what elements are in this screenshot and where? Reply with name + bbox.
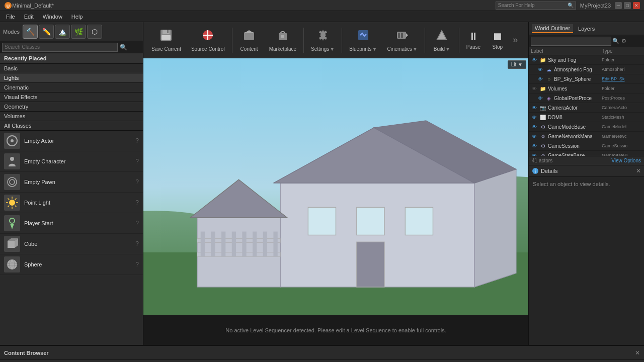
empty-character-icon xyxy=(4,153,20,169)
mode-landscape-button[interactable]: 🏔️ xyxy=(55,25,70,39)
category-cinematic[interactable]: Cinematic xyxy=(0,83,143,93)
svg-point-21 xyxy=(7,259,17,269)
visibility-icon[interactable]: 👁 xyxy=(531,142,538,149)
camera-type: CameraActo xyxy=(602,105,642,110)
viewport-3d[interactable]: Lit ▼ xyxy=(143,58,528,315)
viewport: Lit ▼ No active Level Sequencer detected… xyxy=(143,58,528,345)
stop-button[interactable]: ⏹ Stop xyxy=(487,25,509,56)
mode-foliage-button[interactable]: 🌿 xyxy=(71,25,86,39)
minimize-button[interactable]: ─ xyxy=(615,2,622,9)
layers-tab[interactable]: Layers xyxy=(575,25,598,33)
menubar: File Edit Window Help xyxy=(0,11,644,22)
marketplace-icon xyxy=(276,28,290,45)
outliner-item-volumes[interactable]: 👁 📁 Volumes Folder xyxy=(529,84,644,94)
visibility-icon[interactable]: 👁 xyxy=(537,95,544,102)
visibility-icon[interactable]: 👁 xyxy=(531,123,538,130)
marketplace-button[interactable]: Marketplace xyxy=(265,25,300,56)
help-search[interactable]: Search For Help 🔍 xyxy=(496,2,576,10)
outliner-item-gamenetwork[interactable]: 👁 ⚙ GameNetworkMana GameNetwc xyxy=(529,132,644,141)
category-basic[interactable]: Basic xyxy=(0,64,143,73)
visibility-icon[interactable]: 👁 xyxy=(531,56,538,63)
search-classes-input[interactable] xyxy=(2,43,118,52)
menu-window[interactable]: Window xyxy=(39,13,66,21)
actor-player-start[interactable]: Player Start ? xyxy=(0,213,143,234)
category-all-classes[interactable]: All Classes xyxy=(0,121,143,131)
category-visual-effects[interactable]: Visual Effects xyxy=(0,93,143,102)
cinematics-button[interactable]: Cinematics ▼ xyxy=(383,25,422,56)
recently-placed-label[interactable]: Recently Placed xyxy=(0,53,143,64)
outliner-item-gamestate[interactable]: 👁 ⚙ GameStateBase GameStateB xyxy=(529,151,644,156)
world-outliner-tab[interactable]: World Outliner xyxy=(532,24,573,33)
outliner-item-camera[interactable]: 👁 📷 CameraActor CameraActo xyxy=(529,103,644,113)
visibility-icon[interactable]: 👁 xyxy=(531,152,538,156)
svg-rect-38 xyxy=(398,33,400,38)
outliner-item-gamemode[interactable]: 👁 ⚙ GameModeBase GameModel xyxy=(529,122,644,132)
outliner-type-col: Type xyxy=(602,48,642,54)
actor-cube[interactable]: Cube ? xyxy=(0,234,143,254)
actor-sphere[interactable]: Sphere ? xyxy=(0,254,143,275)
details-title: Details xyxy=(541,168,636,174)
atm-fog-icon: ☁ xyxy=(545,66,552,73)
visibility-icon[interactable]: 👁 xyxy=(531,114,538,121)
outliner-item-dom8[interactable]: 👁 ⬜ DOM8 StaticMesh xyxy=(529,113,644,122)
visibility-icon[interactable]: 👁 xyxy=(537,75,544,82)
close-button[interactable]: ✕ xyxy=(633,2,640,9)
content-browser-close-button[interactable]: ✕ xyxy=(635,349,640,356)
maximize-button[interactable]: □ xyxy=(624,2,631,9)
outliner-item-gamesession[interactable]: 👁 ⚙ GameSession GameSessic xyxy=(529,141,644,151)
actor-empty-pawn[interactable]: Empty Pawn ? xyxy=(0,172,143,193)
visibility-icon[interactable]: 👁 xyxy=(537,66,544,73)
empty-pawn-label: Empty Pawn xyxy=(24,179,135,185)
view-options-button[interactable]: View Options xyxy=(611,158,641,163)
svg-point-7 xyxy=(9,200,15,206)
settings-dropdown-icon: ▼ xyxy=(330,46,335,52)
gamemode-icon: ⚙ xyxy=(539,123,546,130)
pause-button[interactable]: ⏸ Pause xyxy=(462,25,485,56)
blueprints-dropdown-icon: ▼ xyxy=(372,46,377,52)
actor-empty-character[interactable]: Empty Character ? xyxy=(0,151,143,172)
point-light-label: Point Light xyxy=(24,200,135,206)
visibility-icon[interactable]: 👁 xyxy=(531,85,538,92)
mode-placement-button[interactable]: 🔨 xyxy=(23,25,38,39)
actor-point-light[interactable]: Point Light ? xyxy=(0,193,143,213)
svg-rect-56 xyxy=(197,252,280,256)
details-close-button[interactable]: ✕ xyxy=(636,167,641,174)
build-icon xyxy=(435,28,449,45)
content-button[interactable]: Content xyxy=(235,25,263,56)
build-button[interactable]: Build ▼ xyxy=(428,25,456,56)
outliner-label-col: Label xyxy=(531,48,602,54)
source-control-button[interactable]: Source Control xyxy=(187,25,229,56)
svg-rect-52 xyxy=(405,207,433,235)
menu-file[interactable]: File xyxy=(2,13,19,21)
outliner-item-sky-sphere[interactable]: 👁 ○ BP_Sky_Sphere Edit BP_Sk xyxy=(529,74,644,84)
sky-sphere-edit-link[interactable]: Edit BP_Sk xyxy=(602,76,642,81)
svg-rect-27 xyxy=(162,35,171,40)
svg-rect-18 xyxy=(8,241,15,248)
outliner-search-input[interactable] xyxy=(531,37,611,46)
outliner-item-global-post[interactable]: 👁 ◈ GlobalPostProce PostProces xyxy=(529,94,644,103)
category-lights[interactable]: Lights xyxy=(0,73,143,83)
actor-empty-actor[interactable]: Empty Actor ? xyxy=(0,131,143,151)
empty-actor-help-icon: ? xyxy=(135,137,139,144)
toolbar-more-button[interactable]: » xyxy=(513,35,518,45)
player-start-icon xyxy=(4,215,20,231)
details-info-icon: i xyxy=(532,167,539,174)
outliner-item-sky-fog[interactable]: 👁 📁 Sky and Fog Folder xyxy=(529,55,644,65)
visibility-icon[interactable]: 👁 xyxy=(531,133,538,140)
settings-button[interactable]: Settings ▼ xyxy=(307,25,339,56)
blueprints-button[interactable]: Blueprints ▼ xyxy=(345,25,381,56)
menu-help[interactable]: Help xyxy=(67,13,87,21)
mode-paint-button[interactable]: ✏️ xyxy=(39,25,54,39)
save-current-button[interactable]: Save Current xyxy=(147,25,185,56)
menu-edit[interactable]: Edit xyxy=(20,13,38,21)
mode-geometry-button[interactable]: ⬡ xyxy=(87,25,102,39)
category-geometry[interactable]: Geometry xyxy=(0,102,143,112)
category-volumes[interactable]: Volumes xyxy=(0,112,143,121)
viewport-lit-button[interactable]: Lit ▼ xyxy=(508,60,526,69)
svg-rect-63 xyxy=(253,232,257,257)
right-panel: World Outliner Layers 🔍 ⚙ Label Type 👁 📁… xyxy=(528,22,644,345)
outliner-item-atm-fog[interactable]: 👁 ☁ Atmospheric Fog Atmospheri xyxy=(529,65,644,74)
details-content: Select an object to view details. xyxy=(529,177,644,191)
content-browser-toolbar: + Add New ▼ ⬆ Import 💾 Save All ◀ ▶ 📁 Co… xyxy=(0,360,644,362)
visibility-icon[interactable]: 👁 xyxy=(531,104,538,111)
